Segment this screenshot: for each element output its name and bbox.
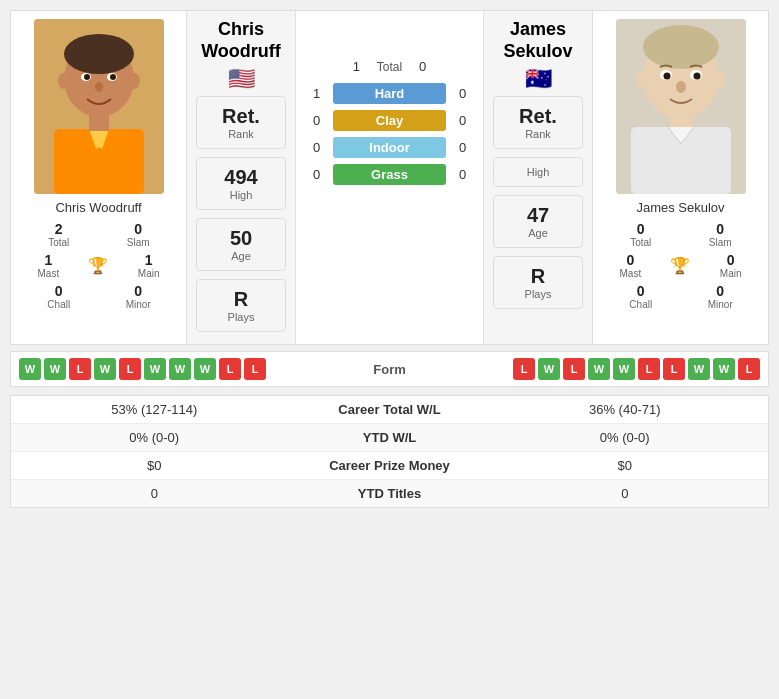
clay-badge: Clay [333,110,446,131]
left-player-name-header: Chris Woodruff [191,19,291,62]
prize-row: $0 Career Prize Money $0 [11,452,768,480]
right-plays-label: Plays [506,288,570,300]
top-layout: Chris Woodruff 2 Total 0 Slam [11,11,768,344]
left-chall-stat: 0 Chall [36,283,81,310]
right-age-block: 47 Age [493,195,583,248]
left-high-block: 494 High [196,157,286,210]
left-indoor-score: 0 [304,140,329,155]
left-form-badges: WWLWLWWWLL [19,358,350,380]
svg-point-19 [693,73,700,80]
right-total-stat: 0 Total [618,221,663,248]
hard-row: 1 Hard 0 [304,83,475,104]
right-stat-row-1: 0 Total 0 Slam [601,221,760,248]
form-badge-w: W [588,358,610,380]
left-flag: 🇺🇸 [228,66,255,92]
left-player-photo [34,19,164,194]
right-player-name-header: James Sekulov [488,19,588,62]
svg-point-15 [643,25,719,69]
left-age-value: 50 [209,227,273,250]
left-rank-label: Rank [209,128,273,140]
indoor-row: 0 Indoor 0 [304,137,475,158]
main-container: Chris Woodruff 2 Total 0 Slam [0,0,779,518]
left-plays-block: R Plays [196,279,286,332]
left-minor-stat: 0 Minor [116,283,161,310]
form-badge-w: W [144,358,166,380]
svg-point-7 [95,82,103,92]
right-stat-row-3: 0 Chall 0 Minor [601,283,760,310]
left-age-label: Age [209,250,273,262]
form-badge-l: L [219,358,241,380]
right-trophy-icon: 🏆 [670,256,690,275]
total-surface-row: 1 Total 0 [304,59,475,74]
left-player-stats: 2 Total 0 Slam 1 Mast [19,219,178,312]
svg-point-18 [663,73,670,80]
indoor-badge: Indoor [333,137,446,158]
right-plays-value: R [506,265,570,288]
right-prize: $0 [490,458,761,473]
ytd-wl-row: 0% (0-0) YTD W/L 0% (0-0) [11,424,768,452]
svg-point-5 [84,74,90,80]
titles-label: YTD Titles [290,486,490,501]
form-badge-l: L [563,358,585,380]
career-wl-row: 53% (127-114) Career Total W/L 36% (40-7… [11,396,768,424]
right-minor-stat: 0 Minor [698,283,743,310]
form-badge-w: W [538,358,560,380]
left-rank-block: Ret. Rank [196,96,286,149]
left-slam-stat: 0 Slam [116,221,161,248]
form-badge-l: L [69,358,91,380]
right-player-name: James Sekulov [636,200,724,215]
player-comparison-card: Chris Woodruff 2 Total 0 Slam [10,10,769,345]
form-badge-w: W [713,358,735,380]
stats-table: 53% (127-114) Career Total W/L 36% (40-7… [10,395,769,508]
svg-point-11 [58,73,70,89]
form-badge-l: L [244,358,266,380]
ytd-wl-label: YTD W/L [290,430,490,445]
form-badge-l: L [119,358,141,380]
right-rank-label: Rank [506,128,570,140]
right-plays-block: R Plays [493,256,583,309]
svg-point-23 [712,70,726,88]
form-section: WWLWLWWWLL Form LWLWWLLWWL [10,351,769,387]
right-titles: 0 [490,486,761,501]
left-career-wl: 53% (127-114) [19,402,290,417]
right-career-wl: 36% (40-71) [490,402,761,417]
grass-badge: Grass [333,164,446,185]
right-high-block: High [493,157,583,187]
form-badge-l: L [663,358,685,380]
clay-row: 0 Clay 0 [304,110,475,131]
form-badge-w: W [688,358,710,380]
left-player-name: Chris Woodruff [55,200,141,215]
hard-badge: Hard [333,83,446,104]
right-flag: 🇦🇺 [525,66,552,92]
left-rank-value: Ret. [209,105,273,128]
prize-label: Career Prize Money [290,458,490,473]
career-wl-label: Career Total W/L [290,402,490,417]
form-badge-w: W [44,358,66,380]
right-hard-score: 0 [450,86,475,101]
left-plays-value: R [209,288,273,311]
left-mid-col: Chris Woodruff 🇺🇸 Ret. Rank 494 High 50 … [186,11,296,344]
left-titles: 0 [19,486,290,501]
left-high-label: High [209,189,273,201]
svg-point-20 [676,81,686,93]
right-ytd-wl: 0% (0-0) [490,430,761,445]
form-badge-w: W [94,358,116,380]
left-stat-row-1: 2 Total 0 Slam [19,221,178,248]
right-player-section: James Sekulov 0 Total 0 Slam [593,11,768,344]
left-prize: $0 [19,458,290,473]
svg-rect-10 [89,111,109,131]
form-badge-w: W [194,358,216,380]
right-chall-stat: 0 Chall [618,283,663,310]
right-main-stat: 0 Main [708,252,753,279]
svg-point-22 [636,70,650,88]
svg-point-12 [128,73,140,89]
right-player-stats: 0 Total 0 Slam 0 Mast [601,219,760,312]
right-rank-value: Ret. [506,105,570,128]
left-total-stat: 2 Total [36,221,81,248]
left-plays-label: Plays [209,311,273,323]
left-ytd-wl: 0% (0-0) [19,430,290,445]
right-age-value: 47 [506,204,570,227]
right-age-label: Age [506,227,570,239]
right-total-score: 0 [410,59,435,74]
form-label: Form [350,362,430,377]
